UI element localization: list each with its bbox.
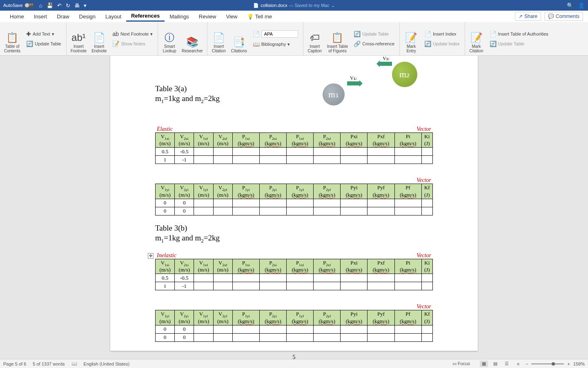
- tab-design[interactable]: Design: [74, 12, 100, 21]
- undo-icon[interactable]: ↶: [57, 2, 62, 9]
- comments-button[interactable]: 💬Comments: [544, 12, 583, 21]
- notes-icon: 📝: [112, 40, 119, 47]
- redo-icon[interactable]: ↻: [66, 2, 70, 9]
- endnote-icon: 📄: [94, 32, 105, 43]
- show-notes-button[interactable]: 📝Show Notes: [111, 40, 154, 48]
- update-icon: 🔄: [490, 40, 497, 47]
- tab-insert[interactable]: Insert: [29, 12, 52, 21]
- citations-icon: 📑: [233, 36, 245, 48]
- footnote-icon: ab¹: [73, 32, 84, 43]
- insert-citation-button[interactable]: 📄Insert Citation: [211, 24, 227, 54]
- word-icon: 📄: [253, 3, 259, 8]
- update-icon: 🔄: [424, 40, 431, 47]
- crossref-icon: 🔗: [354, 40, 361, 47]
- search-icon[interactable]: 🔍: [567, 2, 573, 9]
- mark-entry-icon: 📝: [405, 32, 417, 43]
- citations-button[interactable]: 📑Citations: [230, 24, 248, 54]
- update-table2-button[interactable]: 🔄Update Table: [352, 30, 396, 38]
- toc-icon: 📋: [7, 32, 18, 43]
- tab-review[interactable]: Review: [194, 12, 221, 21]
- bulb-icon: 💡: [247, 13, 254, 20]
- tab-layout[interactable]: Layout: [100, 12, 126, 21]
- tof-icon: 📋: [332, 32, 343, 43]
- autosave-label: AutoSave: [3, 3, 23, 8]
- update-table3-button[interactable]: 🔄Update Table: [488, 40, 550, 48]
- style-icon: 📄: [253, 31, 260, 37]
- tab-draw[interactable]: Draw: [52, 12, 74, 21]
- style-input[interactable]: [261, 30, 298, 38]
- tab-mailings[interactable]: Mailings: [165, 12, 194, 21]
- tab-references[interactable]: References: [126, 11, 165, 22]
- titlebar: AutoSave OFF ⌂ 💾 ↶ ↻ 🖶 ▾ 📄 collision.doc…: [0, 0, 588, 11]
- caption-icon: 🏷: [309, 32, 321, 43]
- chevron-down-icon[interactable]: ⌄: [331, 3, 335, 8]
- cross-reference-button[interactable]: 🔗Cross-reference: [352, 40, 396, 48]
- mark-entry-button[interactable]: 📝Mark Entry: [403, 24, 419, 54]
- share-button[interactable]: ↗Share: [515, 12, 541, 21]
- tab-tellme[interactable]: 💡 Tell me: [242, 12, 277, 21]
- add-text-button[interactable]: ✚Add Text ▾: [24, 30, 63, 38]
- tab-home[interactable]: Home: [5, 12, 29, 21]
- toa-icon: 📄: [490, 31, 497, 37]
- toc-button[interactable]: 📋Table of Contents: [3, 24, 21, 54]
- update-icon: 🔄: [354, 31, 361, 37]
- user-icon[interactable]: 👤: [578, 2, 585, 9]
- bibliography-button[interactable]: 📖Bibliography ▾: [251, 40, 300, 48]
- smart-lookup-button[interactable]: ⓘSmart Lookup: [161, 24, 178, 54]
- share-icon: ↗: [519, 13, 523, 19]
- lookup-icon: ⓘ: [164, 32, 175, 43]
- next-footnote-button[interactable]: abNext Footnote ▾: [111, 30, 154, 38]
- add-text-icon: ✚: [26, 31, 31, 37]
- chevron-down-icon[interactable]: ▾: [84, 2, 87, 9]
- update-icon: 🔄: [26, 40, 33, 47]
- filename: collision.docx: [261, 3, 287, 8]
- mark-citation-button[interactable]: 📝Mark Citation: [468, 24, 485, 54]
- menu-tabs: Home Insert Draw Design Layout Reference…: [0, 11, 588, 22]
- citation-icon: 📄: [213, 32, 225, 43]
- update-index-button[interactable]: 🔄Update Index: [423, 40, 461, 48]
- insert-toa-button[interactable]: 📄Insert Table of Authorities: [488, 30, 550, 38]
- citation-style-select[interactable]: 📄: [251, 29, 300, 38]
- document-title: 📄 collision.docx — Saved to my Mac ⌄: [253, 3, 334, 8]
- save-icon[interactable]: 💾: [47, 2, 53, 9]
- biblio-icon: 📖: [253, 41, 260, 47]
- update-table-button[interactable]: 🔄Update Table: [24, 40, 63, 48]
- insert-caption-button[interactable]: 🏷Insert Caption: [307, 24, 323, 54]
- insert-endnote-button[interactable]: 📄Insert Endnote: [91, 24, 107, 54]
- mark-citation-icon: 📝: [471, 32, 482, 43]
- insert-index-button[interactable]: 📄Insert Index: [423, 30, 461, 38]
- next-footnote-icon: ab: [112, 31, 119, 37]
- tab-view[interactable]: View: [221, 12, 242, 21]
- researcher-icon: 📚: [187, 36, 198, 48]
- home-icon[interactable]: ⌂: [39, 2, 42, 9]
- print-icon[interactable]: 🖶: [74, 2, 80, 9]
- autosave-toggle[interactable]: AutoSave OFF: [3, 3, 34, 8]
- ribbon: 📋Table of Contents ✚Add Text ▾ 🔄Update T…: [0, 22, 588, 56]
- comment-icon: 💬: [548, 13, 554, 19]
- insert-footnote-button[interactable]: ab¹Insert Footnote: [70, 24, 87, 54]
- saved-status: — Saved to my Mac: [289, 3, 330, 8]
- index-icon: 📄: [424, 31, 431, 37]
- toggle-switch[interactable]: OFF: [24, 3, 34, 8]
- researcher-button[interactable]: 📚Researcher: [181, 24, 204, 54]
- insert-tof-button[interactable]: 📋Insert Table of Figures: [326, 24, 349, 54]
